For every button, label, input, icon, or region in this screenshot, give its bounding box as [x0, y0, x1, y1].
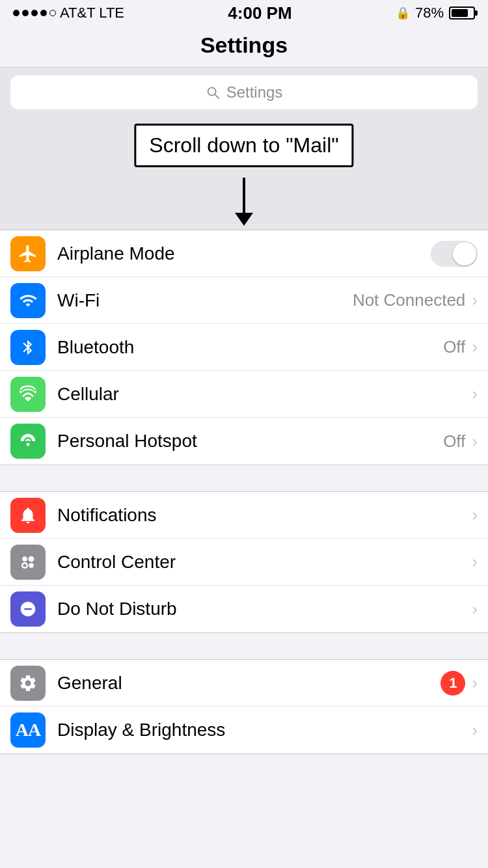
svg-point-5 [29, 563, 34, 568]
notifications-label: Notifications [57, 505, 472, 526]
battery-fill [452, 9, 468, 17]
search-bar[interactable]: Settings [10, 75, 478, 109]
bluetooth-icon [10, 330, 46, 365]
general-badge: 1 [441, 671, 465, 696]
svg-line-1 [215, 94, 219, 98]
signal-dot-4 [40, 10, 47, 16]
notifications-row[interactable]: Notifications › [0, 492, 488, 539]
airplane-mode-label: Airplane Mode [57, 243, 431, 264]
do-not-disturb-chevron: › [472, 599, 478, 619]
carrier-label: AT&T LTE [60, 5, 124, 21]
signal-dot-2 [22, 10, 29, 16]
signal-dot-3 [31, 10, 38, 16]
hotspot-chevron: › [472, 431, 478, 452]
svg-point-4 [22, 563, 27, 568]
section-gap-2 [0, 633, 488, 659]
svg-point-2 [22, 556, 27, 562]
arrow-container [0, 178, 488, 230]
airplane-mode-toggle[interactable] [431, 241, 478, 267]
status-bar: AT&T LTE 4:00 PM 🔒 78% [0, 0, 488, 26]
status-left: AT&T LTE [13, 5, 124, 21]
notifications-chevron: › [472, 505, 478, 525]
page-title: Settings [0, 33, 488, 58]
signal-dots [13, 10, 56, 16]
cellular-label: Cellular [57, 384, 472, 405]
bluetooth-value: Off [443, 337, 465, 357]
wifi-icon [10, 283, 46, 318]
general-chevron: › [472, 673, 478, 693]
network-section: Airplane Mode Wi-Fi Not Connected › Blue… [0, 230, 488, 465]
display-brightness-icon: AA [10, 712, 46, 748]
wifi-value: Not Connected [353, 290, 465, 310]
hotspot-icon [10, 424, 46, 459]
svg-point-3 [29, 556, 34, 562]
cellular-row[interactable]: Cellular › [0, 371, 488, 418]
wifi-row[interactable]: Wi-Fi Not Connected › [0, 277, 488, 324]
control-center-icon [10, 545, 46, 580]
wifi-chevron: › [472, 290, 478, 310]
status-time: 4:00 PM [228, 3, 291, 23]
general-label: General [57, 673, 441, 694]
battery-icon [449, 7, 475, 20]
do-not-disturb-row[interactable]: Do Not Disturb › [0, 586, 488, 632]
search-icon [206, 85, 220, 100]
cellular-chevron: › [472, 384, 478, 404]
instruction-box: Scroll down to "Mail" [134, 124, 353, 167]
display-brightness-row[interactable]: AA Display & Brightness › [0, 707, 488, 753]
bluetooth-label: Bluetooth [57, 337, 443, 358]
status-right: 🔒 78% [396, 5, 475, 21]
bluetooth-chevron: › [472, 337, 478, 357]
do-not-disturb-icon [10, 591, 46, 627]
section-gap-1 [0, 465, 488, 491]
do-not-disturb-label: Do Not Disturb [57, 599, 472, 619]
control-center-chevron: › [472, 552, 478, 572]
hotspot-value: Off [443, 431, 465, 452]
battery-percentage: 78% [415, 5, 444, 21]
display-brightness-chevron: › [472, 720, 478, 740]
display-brightness-label: Display & Brightness [57, 720, 472, 740]
instruction-text: Scroll down to "Mail" [149, 133, 338, 157]
wifi-label: Wi-Fi [57, 290, 353, 311]
bluetooth-row[interactable]: Bluetooth Off › [0, 324, 488, 371]
control-center-row[interactable]: Control Center › [0, 539, 488, 586]
hotspot-label: Personal Hotspot [57, 431, 443, 452]
scroll-arrow [243, 178, 245, 217]
cellular-icon [10, 377, 46, 412]
airplane-mode-row[interactable]: Airplane Mode [0, 230, 488, 277]
page-header: Settings [0, 26, 488, 68]
signal-dot-5 [49, 10, 56, 16]
preferences-section: General 1 › AA Display & Brightness › [0, 659, 488, 754]
search-placeholder: Settings [226, 83, 283, 102]
personal-hotspot-row[interactable]: Personal Hotspot Off › [0, 418, 488, 465]
airplane-mode-icon [10, 236, 46, 271]
signal-dot-1 [13, 10, 20, 16]
general-row[interactable]: General 1 › [0, 660, 488, 707]
instruction-container: Scroll down to "Mail" [0, 117, 488, 178]
control-center-label: Control Center [57, 552, 472, 573]
search-container: Settings [0, 68, 488, 117]
general-icon [10, 666, 46, 701]
system-section: Notifications › Control Center › Do Not … [0, 491, 488, 633]
notifications-icon [10, 498, 46, 533]
lock-icon: 🔒 [396, 6, 410, 20]
